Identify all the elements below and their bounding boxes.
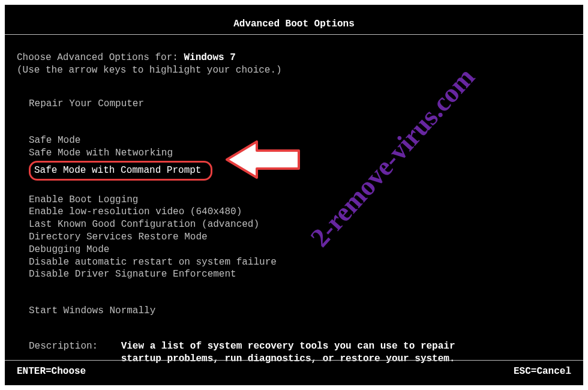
- content-area: Choose Advanced Options for: Windows 7 (…: [5, 52, 583, 365]
- footer-bar: ENTER=Choose ESC=Cancel: [5, 360, 583, 378]
- option-low-res-video[interactable]: Enable low-resolution video (640x480): [29, 206, 583, 218]
- spacer: [29, 182, 583, 194]
- option-directory-services[interactable]: Directory Services Restore Mode: [29, 231, 583, 244]
- option-safe-mode[interactable]: Safe Mode: [29, 134, 583, 147]
- option-disable-driver-sig[interactable]: Disable Driver Signature Enforcement: [29, 268, 583, 281]
- option-last-known-good[interactable]: Last Known Good Configuration (advanced): [29, 218, 583, 231]
- choose-prompt: Choose Advanced Options for: Windows 7: [17, 52, 583, 64]
- option-disable-auto-restart[interactable]: Disable automatic restart on system fail…: [29, 256, 583, 269]
- enter-hint: ENTER=Choose: [17, 365, 86, 378]
- option-safe-mode-networking[interactable]: Safe Mode with Networking: [29, 147, 583, 160]
- spacer: [29, 293, 583, 305]
- option-safe-mode-command-prompt[interactable]: Safe Mode with Command Prompt: [29, 161, 212, 181]
- spacer: [29, 110, 583, 122]
- description-line1: View a list of system recovery tools you…: [121, 340, 455, 353]
- option-enable-boot-logging[interactable]: Enable Boot Logging: [29, 194, 583, 206]
- esc-hint: ESC=Cancel: [514, 365, 571, 378]
- option-repair-computer[interactable]: Repair Your Computer: [29, 98, 583, 110]
- option-start-normally[interactable]: Start Windows Normally: [29, 305, 583, 317]
- instruction-line: (Use the arrow keys to highlight your ch…: [17, 64, 583, 77]
- spacer: [29, 122, 583, 134]
- options-list[interactable]: Repair Your Computer Safe Mode Safe Mode…: [17, 98, 583, 317]
- screen-title: Advanced Boot Options: [5, 5, 583, 35]
- boot-screen: Advanced Boot Options Choose Advanced Op…: [5, 5, 583, 385]
- os-name: Windows 7: [184, 52, 235, 63]
- spacer: [29, 281, 583, 293]
- option-debugging-mode[interactable]: Debugging Mode: [29, 244, 583, 256]
- prompt-prefix: Choose Advanced Options for:: [17, 52, 184, 63]
